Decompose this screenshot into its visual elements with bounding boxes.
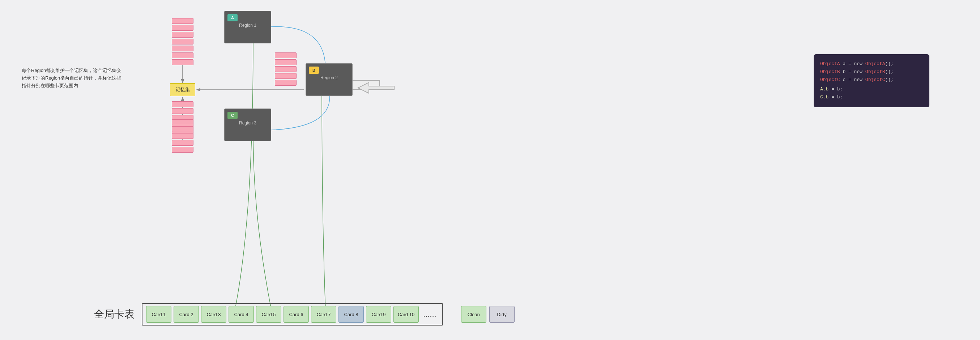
card-item-3: Card 3 [201,306,226,323]
legend-dirty: Dirty [489,306,515,323]
global-table-title: 全局卡表 [94,307,135,321]
card-stack-4 [275,52,296,86]
card-item-6: Card 6 [283,306,309,323]
left-annotation: 每个Region都会维护一个记忆集，这个记忆集会记录下别的Region指向自己的… [22,67,123,89]
card-item-8: Card 8 [339,306,364,323]
region-2: B Region 2 [305,63,353,96]
region-1: A Region 1 [224,11,271,43]
card-dots: ...... [421,310,439,319]
gc-arrow [355,79,398,99]
card-item-1: Card 1 [146,306,172,323]
code-block: ObjectA a = new ObjectA(); ObjectB b = n… [814,54,929,107]
region-3: C Region 3 [224,108,271,141]
legend-clean: Clean [461,306,486,323]
card-stack-3 [172,119,194,153]
memory-box: 记忆集 [170,83,195,96]
card-stack-1 [172,18,194,65]
global-table-section: 全局卡表 Card 1 Card 2 Card 3 Card 4 Card 5 … [94,303,515,326]
card-table: Card 1 Card 2 Card 3 Card 4 Card 5 Card … [142,303,443,326]
card-item-4: Card 4 [229,306,254,323]
card-item-2: Card 2 [173,306,199,323]
svg-marker-7 [358,83,394,93]
card-item-7: Card 7 [311,306,336,323]
legend-section: Clean Dirty [461,306,515,323]
card-item-5: Card 5 [256,306,282,323]
card-item-10: Card 10 [393,306,419,323]
card-item-9: Card 9 [366,306,391,323]
